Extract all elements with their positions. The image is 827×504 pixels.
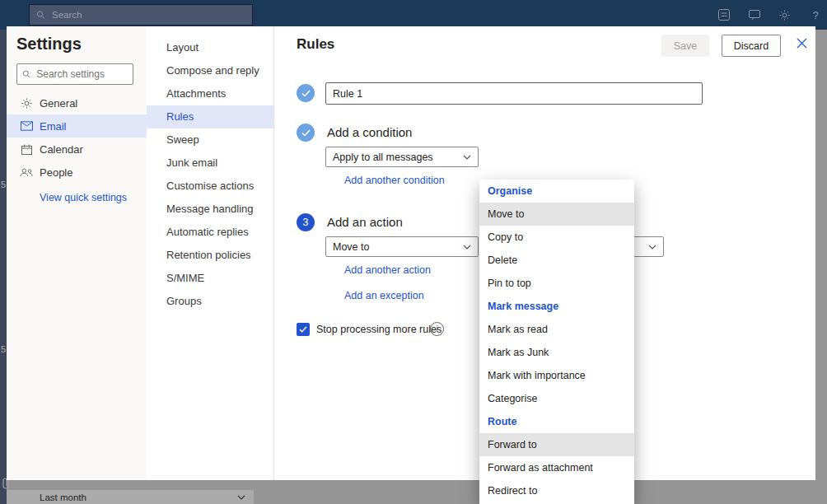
category-junk-email[interactable]: Junk email — [147, 152, 273, 175]
add-another-action-link[interactable]: Add another action — [344, 264, 431, 276]
sidebar-item-label: Calendar — [40, 143, 83, 156]
chevron-down-icon — [648, 245, 656, 250]
sidebar-item-email[interactable]: Email — [7, 114, 147, 138]
action-heading: Add an action — [327, 215, 403, 229]
menu-item-delete[interactable]: Delete — [479, 249, 634, 272]
sidebar-item-label: General — [40, 97, 77, 110]
category-compose-and-reply[interactable]: Compose and reply — [147, 59, 273, 82]
condition-select[interactable]: Apply to all messages — [325, 147, 479, 167]
action-dropdown-menu: OrganiseMove toCopy toDeletePin to topMa… — [479, 180, 634, 504]
rule-name-input[interactable] — [325, 82, 703, 105]
check-icon — [299, 326, 307, 333]
sidebar-item-calendar[interactable]: Calendar — [7, 138, 147, 161]
condition-heading: Add a condition — [327, 125, 412, 139]
category-attachments[interactable]: Attachments — [147, 82, 273, 105]
category-layout[interactable]: Layout — [147, 36, 273, 59]
menu-item-redirect-to[interactable]: Redirect to — [479, 479, 634, 502]
category-s-mime[interactable]: S/MIME — [147, 267, 273, 290]
category-automatic-replies[interactable]: Automatic replies — [147, 221, 273, 244]
sidebar-item-label: People — [40, 166, 72, 179]
discard-button[interactable]: Discard — [722, 35, 781, 57]
page-title: Rules — [297, 36, 334, 53]
menu-item-forward-to[interactable]: Forward to — [479, 433, 634, 456]
menu-item-forward-as-attachment[interactable]: Forward as attachment — [479, 456, 634, 479]
category-groups[interactable]: Groups — [147, 290, 273, 313]
chevron-down-icon — [463, 155, 471, 160]
menu-item-pin-to-top[interactable]: Pin to top — [479, 272, 634, 295]
category-message-handling[interactable]: Message handling — [147, 198, 273, 221]
action-select[interactable]: Move to — [325, 236, 479, 257]
view-quick-settings-link[interactable]: View quick settings — [40, 192, 127, 203]
add-an-exception-link[interactable]: Add an exception — [344, 290, 424, 301]
menu-item-mark-as-read[interactable]: Mark as read — [479, 318, 634, 341]
condition-complete-icon — [297, 124, 315, 142]
screen: ? 5 5 Last month Settings GeneralEmailCa… — [0, 0, 827, 504]
stop-processing-label: Stop processing more rules — [316, 324, 442, 335]
category-retention-policies[interactable]: Retention policies — [147, 244, 273, 267]
menu-group-organise: Organise — [479, 180, 634, 203]
menu-item-copy-to[interactable]: Copy to — [479, 226, 634, 249]
people-icon — [20, 166, 33, 179]
condition-select-value: Apply to all messages — [333, 152, 433, 163]
chevron-down-icon — [463, 245, 471, 250]
settings-nav: GeneralEmailCalendarPeople — [7, 91, 147, 184]
menu-item-categorise[interactable]: Categorise — [479, 387, 634, 410]
name-complete-icon — [297, 84, 315, 102]
menu-group-mark-message: Mark message — [479, 295, 634, 318]
email-settings-categories: LayoutCompose and replyAttachmentsRulesS… — [147, 26, 274, 480]
sidebar-item-label: Email — [40, 120, 67, 133]
menu-item-mark-as-junk[interactable]: Mark as Junk — [479, 341, 634, 364]
sidebar-item-general[interactable]: General — [7, 91, 147, 114]
settings-dialog: Settings GeneralEmailCalendarPeople View… — [7, 26, 815, 480]
gear-icon — [20, 96, 33, 110]
check-icon — [301, 129, 311, 137]
close-icon[interactable] — [797, 38, 807, 51]
info-icon[interactable]: i — [430, 322, 444, 336]
menu-item-mark-with-importance[interactable]: Mark with importance — [479, 364, 634, 387]
calendar-icon — [20, 142, 33, 156]
action-step-number: 3 — [297, 213, 315, 231]
settings-search[interactable] — [16, 63, 133, 85]
search-icon — [22, 69, 30, 79]
settings-sidebar: Settings GeneralEmailCalendarPeople View… — [7, 26, 147, 480]
add-another-condition-link[interactable]: Add another condition — [344, 175, 445, 186]
category-rules[interactable]: Rules — [147, 105, 273, 128]
stop-processing-checkbox[interactable] — [297, 323, 310, 336]
settings-title: Settings — [16, 35, 82, 54]
mail-icon — [20, 119, 33, 133]
category-customise-actions[interactable]: Customise actions — [147, 175, 273, 198]
check-icon — [301, 90, 311, 97]
action-select-value: Move to — [333, 241, 369, 253]
categories-list: LayoutCompose and replyAttachmentsRulesS… — [147, 36, 273, 313]
settings-search-input[interactable] — [35, 68, 128, 81]
sidebar-item-people[interactable]: People — [7, 161, 147, 184]
save-button[interactable]: Save — [661, 35, 709, 57]
menu-group-route: Route — [479, 410, 634, 433]
category-sweep[interactable]: Sweep — [147, 128, 273, 152]
menu-item-move-to[interactable]: Move to — [479, 203, 634, 226]
